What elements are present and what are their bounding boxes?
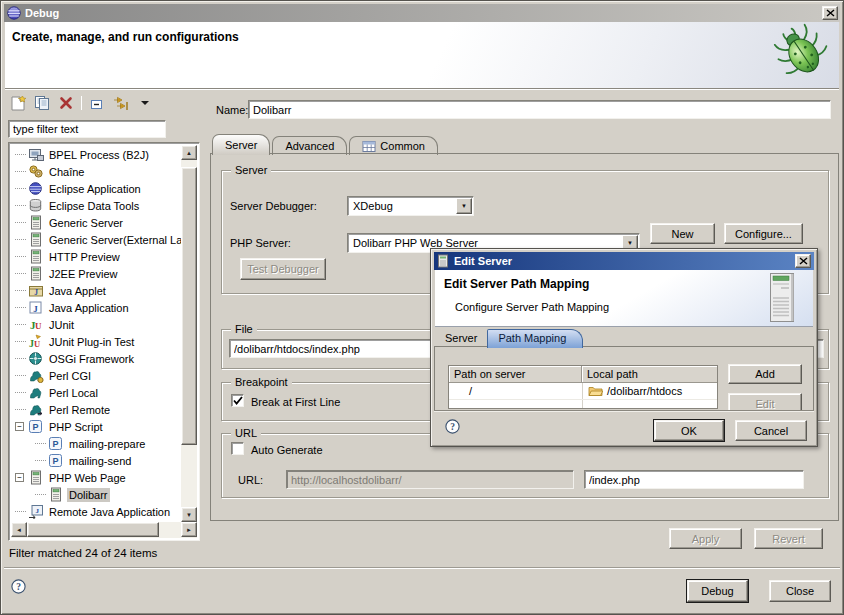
test-debugger-button: Test Debugger: [240, 258, 326, 280]
junit-plugin-icon: JU: [27, 334, 44, 349]
tab-server[interactable]: Server: [212, 134, 270, 155]
tree-item-eclipse-application[interactable]: Eclipse Application: [11, 180, 181, 197]
dialog-title: Edit Server: [454, 255, 512, 267]
scroll-right-button[interactable]: ►: [181, 522, 197, 537]
tree-connector: [15, 290, 26, 291]
folder-icon: [588, 385, 603, 397]
tree-item-osgi-framework[interactable]: OSGi Framework: [11, 350, 181, 367]
tree-item-java-applet[interactable]: JJava Applet: [11, 282, 181, 299]
server-group-legend: Server: [231, 164, 271, 177]
tree-item-perl-local[interactable]: Perl Local: [11, 384, 181, 401]
tree-item-remote-java-application[interactable]: JRemote Java Application: [11, 503, 181, 520]
tree-item-php-web-page[interactable]: −PHP Web Page: [11, 469, 181, 486]
window-title: Debug: [25, 7, 59, 19]
dialog-banner: Edit Server Path Mapping Configure Serve…: [435, 270, 813, 327]
window-titlebar[interactable]: Debug: [4, 4, 840, 22]
tree-item-bpel-process-b2j[interactable]: BPEL Process (B2J): [11, 146, 181, 163]
edit-server-dialog: Edit Server Edit Server Path Mapping Con…: [430, 248, 818, 447]
dialog-heading: Edit Server Path Mapping: [444, 277, 589, 291]
server-debugger-value: XDebug: [353, 200, 393, 212]
tree-item-label: Remote Java Application: [47, 505, 172, 519]
configure-button[interactable]: Configure...: [724, 223, 803, 244]
tree-item-label: Java Applet: [47, 284, 108, 298]
dialog-titlebar[interactable]: Edit Server: [434, 252, 814, 270]
perl-cgi-icon: [27, 368, 44, 383]
tree-item-junit-plug-in-test[interactable]: JUJUnit Plug-in Test: [11, 333, 181, 350]
tree-item-label: Generic Server: [47, 216, 125, 230]
breakpoint-group-legend: Breakpoint: [231, 376, 292, 389]
filter-input[interactable]: [8, 120, 166, 138]
tree-item-dolibarr[interactable]: Dolibarr: [11, 486, 181, 503]
break-first-line-checkbox[interactable]: [231, 394, 244, 407]
tree-item-generic-server-external-la[interactable]: Generic Server(External La: [11, 231, 181, 248]
svg-text:P: P: [52, 439, 58, 449]
tree-item-perl-remote[interactable]: Perl Remote: [11, 401, 181, 418]
help-icon[interactable]: ?: [11, 579, 26, 594]
name-input[interactable]: [248, 100, 831, 119]
tree-item-perl-cgi[interactable]: Perl CGI: [11, 367, 181, 384]
tree-vertical-scrollbar[interactable]: ▲ ▼: [181, 145, 197, 522]
column-local-path[interactable]: Local path: [582, 366, 718, 383]
junit-icon: JU: [27, 317, 44, 332]
vertical-scroll-thumb[interactable]: [181, 167, 197, 445]
svg-text:?: ?: [16, 582, 21, 592]
collapse-all-icon[interactable]: [88, 95, 106, 112]
tree-item-eclipse-data-tools[interactable]: Eclipse Data Tools: [11, 197, 181, 214]
tree-horizontal-scrollbar[interactable]: ◄ ►: [11, 522, 197, 538]
config-tabs: Server Advanced Common: [212, 133, 440, 154]
tree-item-label: PHP Script: [47, 420, 105, 434]
tree-connector: [15, 171, 26, 172]
expander-minus-icon[interactable]: −: [15, 422, 24, 431]
tree-item-label: PHP Web Page: [47, 471, 128, 485]
url-path-input[interactable]: [584, 470, 804, 489]
tree-item-junit[interactable]: JUJUnit: [11, 316, 181, 333]
cancel-button[interactable]: Cancel: [735, 420, 807, 441]
horizontal-scroll-thumb[interactable]: [27, 522, 159, 537]
dialog-button-bar: ? OK Cancel: [434, 411, 814, 443]
duplicate-icon[interactable]: [33, 95, 51, 112]
svg-text:J: J: [35, 507, 39, 515]
scroll-left-button[interactable]: ◄: [11, 522, 27, 537]
column-path-on-server[interactable]: Path on server: [449, 366, 582, 383]
scroll-up-button[interactable]: ▲: [181, 145, 197, 160]
filter-icon[interactable]: [112, 95, 130, 112]
tree-toolbar: [9, 93, 154, 113]
path-mapping-row[interactable]: //dolibarr/htdocs: [449, 383, 717, 400]
close-x-icon: [826, 9, 835, 17]
close-button[interactable]: Close: [769, 580, 831, 602]
tree-item-php-script[interactable]: −PPHP Script: [11, 418, 181, 435]
url-group-legend: URL: [231, 427, 261, 440]
auto-generate-checkbox[interactable]: [231, 442, 244, 455]
new-config-icon[interactable]: [9, 95, 27, 112]
dialog-tabs: Server Path Mapping: [437, 327, 585, 347]
revert-button: Revert: [754, 528, 823, 549]
expander-minus-icon[interactable]: −: [15, 473, 24, 482]
tree-item-cha-ne[interactable]: Chaîne: [11, 163, 181, 180]
debug-button[interactable]: Debug: [687, 580, 748, 602]
tree-item-java-application[interactable]: JJava Application: [11, 299, 181, 316]
window-close-button[interactable]: [822, 6, 838, 20]
ok-button[interactable]: OK: [654, 420, 724, 441]
tree-item-mailing-send[interactable]: Pmailing-send: [11, 452, 181, 469]
new-server-button[interactable]: New: [650, 223, 715, 244]
help-icon[interactable]: ?: [445, 419, 460, 434]
tree-item-mailing-prepare[interactable]: Pmailing-prepare: [11, 435, 181, 452]
dialog-tab-server[interactable]: Server: [437, 330, 485, 347]
svg-text:U: U: [34, 339, 40, 349]
tree-item-http-preview[interactable]: HTTP Preview: [11, 248, 181, 265]
dialog-tab-path-mapping[interactable]: Path Mapping: [487, 329, 583, 348]
menu-arrow-icon[interactable]: [136, 95, 154, 112]
tree-item-label: Chaîne: [47, 165, 86, 179]
eclipse-sphere-icon: [27, 181, 44, 196]
delete-icon[interactable]: [57, 95, 75, 112]
scroll-down-button[interactable]: ▼: [181, 507, 197, 522]
server-debugger-combo[interactable]: XDebug ▼: [347, 196, 474, 216]
tree-connector: [15, 358, 26, 359]
tree-connector: [15, 307, 26, 308]
add-button[interactable]: Add: [728, 364, 802, 384]
tree-item-j2ee-preview[interactable]: J2EE Preview: [11, 265, 181, 282]
tree-item-generic-server[interactable]: Generic Server: [11, 214, 181, 231]
dialog-close-button[interactable]: [795, 254, 811, 268]
dropdown-arrow-icon[interactable]: ▼: [456, 198, 472, 214]
server-icon: [47, 487, 64, 502]
